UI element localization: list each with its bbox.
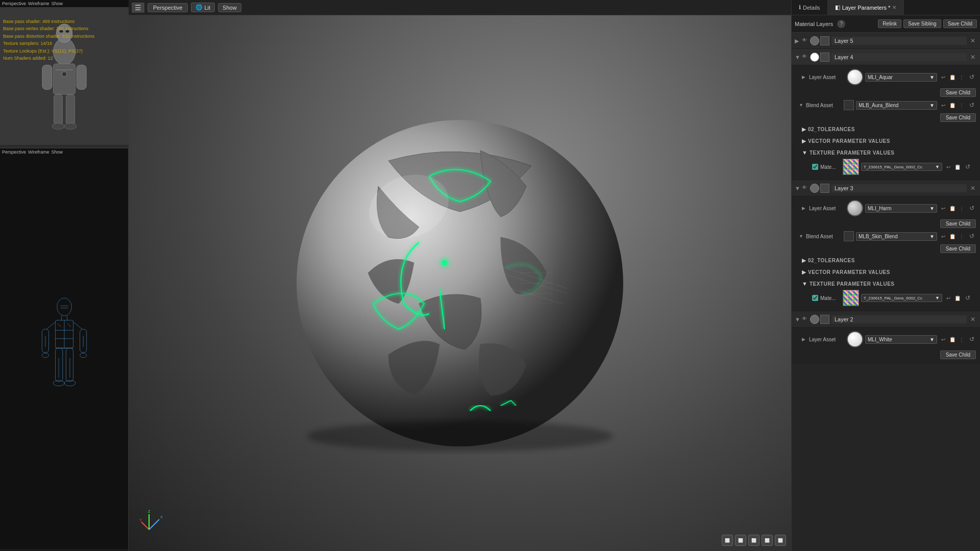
layer-4-texture-header[interactable]: ▼ TEXTURE PARAMETER VALUES [802, 148, 976, 157]
layer-4-blend-copy[interactable]: 📋 [948, 101, 957, 109]
layer-4-blend-dropdown[interactable]: MLB_Aura_Blend ▼ [856, 101, 937, 110]
layer-3-asset-settings[interactable]: ⋮ [958, 204, 966, 212]
save-child-main-button[interactable]: Save Child [943, 19, 977, 28]
layer-4-vector-header[interactable]: ▶ VECTOR PARAMETER VALUES [802, 136, 976, 146]
layer-3-asset-copy[interactable]: 📋 [948, 204, 957, 212]
layer-4-blend-expand[interactable]: ▼ [799, 103, 804, 108]
layer-4-texture-thumb[interactable] [843, 159, 859, 175]
screen-icon-1[interactable]: ⬜ [722, 535, 733, 546]
layer-3-texture-link[interactable]: ↩ [944, 294, 952, 302]
layer-4-close[interactable]: ✕ [969, 53, 977, 61]
layer-3-blend-save-child[interactable]: Save Child [940, 244, 976, 253]
layer-4-texture-link[interactable]: ↩ [944, 163, 952, 171]
perspective-button[interactable]: Perspective [148, 3, 188, 12]
layer-4-asset-undo[interactable]: ↺ [968, 73, 976, 81]
layer-3-asset-swatch[interactable] [847, 200, 863, 216]
layer-4-asset-dropdown[interactable]: MLI_Aquar ▼ [865, 73, 937, 82]
layer-3-texture-copy[interactable]: 📋 [953, 294, 962, 302]
layer-3-asset-expand[interactable]: ▶ [802, 206, 807, 211]
tab-details[interactable]: ℹ Details [792, 0, 828, 15]
layer-3-texture-check[interactable] [812, 295, 818, 301]
layer-2-expand[interactable]: ▼ [795, 316, 801, 322]
layer-3-asset-link[interactable]: ↩ [939, 204, 947, 212]
layer-4-asset-swatch[interactable] [847, 69, 863, 85]
relink-button[interactable]: Relink [878, 19, 901, 28]
layer-4-texture-copy[interactable]: 📋 [953, 163, 962, 171]
svg-point-12 [62, 72, 67, 77]
layer-3-blend-swatch[interactable] [844, 231, 854, 241]
layer-3-blend-undo[interactable]: ↺ [968, 232, 976, 240]
layer-4-circle[interactable] [810, 53, 819, 62]
layer-4-asset-expand[interactable]: ▶ [802, 74, 807, 80]
layer-2-vis[interactable]: 👁 [802, 316, 809, 323]
layer-3-vis[interactable]: 👁 [802, 185, 809, 192]
layer-4-blend-save-child[interactable]: Save Child [940, 113, 976, 122]
svg-point-29 [80, 353, 86, 358]
layer-2-asset-undo[interactable]: ↺ [968, 335, 976, 343]
layer-4-blend-swatch[interactable] [844, 100, 854, 110]
screen-icon-4[interactable]: ⬜ [762, 535, 773, 546]
layer-2-circle[interactable] [810, 315, 819, 324]
layer-2-asset-link[interactable]: ↩ [939, 335, 947, 343]
layer-4-vis[interactable]: 👁 [802, 54, 809, 61]
layer-3-texture-undo[interactable]: ↺ [964, 294, 972, 302]
layer-3-sq[interactable] [820, 184, 829, 193]
layers-scroll[interactable]: ▶ 👁 Layer 5 ✕ ▼ 👁 Layer 4 ✕ ▶ Layer Asse… [792, 33, 980, 551]
layer-3-texture-header[interactable]: ▼ TEXTURE PARAMETER VALUES [802, 279, 976, 288]
lit-button[interactable]: 🌐 Lit [191, 3, 215, 12]
layer-2-sq[interactable] [820, 315, 829, 324]
layer-3-blend-expand[interactable]: ▼ [799, 234, 804, 239]
layer-5-expand[interactable]: ▶ [795, 38, 801, 44]
layer-4-asset-row: ▶ Layer Asset MLI_Aquar ▼ ↩ 📋 ⋮ ↺ [792, 67, 980, 87]
layer-4-blend-settings[interactable]: ⋮ [958, 101, 966, 109]
layer-3-blend-copy[interactable]: 📋 [948, 232, 957, 240]
layer-3-close[interactable]: ✕ [969, 184, 977, 192]
screen-icon-5[interactable]: ⬜ [775, 535, 786, 546]
layer-4-texture-dropdown[interactable]: T_230615_PAL_Gens_0002_Cc ▼ [861, 163, 942, 171]
layer-3-texture-dropdown[interactable]: T_230615_PAL_Gens_0002_Cc ▼ [861, 294, 942, 302]
hamburger-button[interactable]: ☰ [132, 3, 144, 13]
layer-4-texture-undo[interactable]: ↺ [964, 163, 972, 171]
layer-4-asset-settings[interactable]: ⋮ [958, 73, 966, 81]
layer-3-asset-undo[interactable]: ↺ [968, 204, 976, 212]
layer-3-vector-header[interactable]: ▶ VECTOR PARAMETER VALUES [802, 267, 976, 277]
layer-3-blend-settings[interactable]: ⋮ [958, 232, 966, 240]
layer-2-save-child[interactable]: Save Child [940, 350, 976, 359]
screen-icon-2[interactable]: ⬜ [735, 535, 746, 546]
layer-4-texture-check[interactable] [812, 164, 818, 170]
tab-layer-parameters-close[interactable]: ✕ [892, 5, 896, 10]
layer-4-blend-link[interactable]: ↩ [939, 101, 947, 109]
layer-2-asset-swatch[interactable] [847, 331, 863, 347]
layer-2-close[interactable]: ✕ [969, 315, 977, 323]
dropdown-chevron-icon: ▼ [929, 74, 935, 80]
show-button[interactable]: Show [218, 3, 241, 12]
layer-3-circle[interactable] [810, 184, 819, 193]
layer-5-vis[interactable]: 👁 [802, 37, 809, 44]
layer-4-asset-link[interactable]: ↩ [939, 73, 947, 81]
layer-2-asset-copy[interactable]: 📋 [948, 335, 957, 343]
screen-icon-3[interactable]: ⬜ [748, 535, 760, 546]
layer-4-tolerances-header[interactable]: ▶ 02_TOLERANCES [802, 124, 976, 134]
layer-3-asset-save-child[interactable]: Save Child [940, 219, 976, 228]
layer-5-close[interactable]: ✕ [969, 37, 977, 45]
layer-5-circle[interactable] [810, 36, 819, 45]
layer-4-asset-save-child[interactable]: Save Child [940, 88, 976, 97]
layer-3-tolerances-header[interactable]: ▶ 02_TOLERANCES [802, 256, 976, 265]
save-sibling-button[interactable]: Save Sibling [903, 19, 941, 28]
layer-3-blend-link[interactable]: ↩ [939, 232, 947, 240]
layer-2-asset-expand[interactable]: ▶ [802, 337, 807, 342]
layer-2-asset-settings[interactable]: ⋮ [958, 335, 966, 343]
layer-3-blend-dropdown[interactable]: MLB_Skin_Blend ▼ [856, 232, 937, 241]
layer-4-blend-undo[interactable]: ↺ [968, 101, 976, 109]
layer-4-asset-copy[interactable]: 📋 [948, 73, 957, 81]
tab-layer-parameters[interactable]: ◧ Layer Parameters * ✕ [828, 0, 904, 15]
svg-rect-6 [77, 65, 86, 89]
layer-4-expand[interactable]: ▼ [795, 54, 801, 60]
help-button[interactable]: ? [837, 20, 845, 28]
layer-2-asset-dropdown[interactable]: MLI_White ▼ [865, 335, 937, 344]
layer-3-expand[interactable]: ▼ [795, 185, 801, 191]
layer-3-texture-thumb[interactable] [843, 290, 859, 306]
layer-5-sq[interactable] [820, 36, 829, 45]
layer-3-asset-dropdown[interactable]: MLI_Harm ▼ [865, 204, 937, 213]
layer-4-sq[interactable] [820, 53, 829, 62]
